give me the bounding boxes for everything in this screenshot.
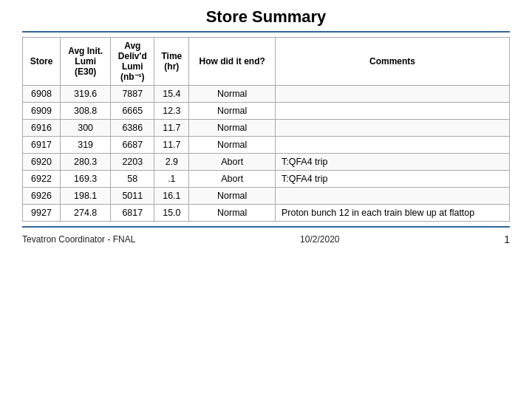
comment-cell: [275, 103, 509, 120]
comment-cell: [275, 137, 509, 154]
data-cell: 319: [61, 137, 111, 154]
data-cell: 6909: [23, 103, 61, 120]
data-cell: 7887: [111, 86, 154, 103]
table-row: 6920280.322032.9AbortT:QFA4 trip: [23, 154, 510, 171]
col-header-4: How did it end?: [189, 38, 276, 86]
table-row: 6917319668711.7Normal: [23, 137, 510, 154]
bottom-rule: [22, 226, 510, 228]
data-cell: 9927: [23, 205, 61, 222]
table-row: 6922169.358.1AbortT:QFA4 trip: [23, 171, 510, 188]
data-cell: Normal: [189, 86, 276, 103]
table-body: 6908319.6788715.4Normal6909308.8666512.3…: [23, 86, 510, 222]
data-cell: 319.6: [61, 86, 111, 103]
comment-cell: T:QFA4 trip: [275, 154, 509, 171]
data-cell: Normal: [189, 120, 276, 137]
data-cell: 6817: [111, 205, 154, 222]
data-cell: Abort: [189, 171, 276, 188]
data-cell: 5011: [111, 188, 154, 205]
data-cell: 6922: [23, 171, 61, 188]
table-row: 6909308.8666512.3Normal: [23, 103, 510, 120]
footer-center: 10/2/2020: [300, 234, 339, 245]
data-cell: 308.8: [61, 103, 111, 120]
data-cell: 6920: [23, 154, 61, 171]
footer-right: 1: [504, 233, 510, 245]
data-cell: 300: [61, 120, 111, 137]
data-cell: Normal: [189, 103, 276, 120]
top-rule: [22, 31, 510, 33]
store-summary-table: StoreAvg Init.Lumi(E30)AvgDeliv'dLumi(nb…: [22, 37, 510, 222]
data-cell: 6687: [111, 137, 154, 154]
data-cell: 2203: [111, 154, 154, 171]
comment-cell: [275, 86, 509, 103]
comment-cell: [275, 188, 509, 205]
table-row: 6908319.6788715.4Normal: [23, 86, 510, 103]
data-cell: 16.1: [154, 188, 189, 205]
comment-cell: T:QFA4 trip: [275, 171, 509, 188]
col-header-3: Time(hr): [154, 38, 189, 86]
col-header-5: Comments: [275, 38, 509, 86]
data-cell: Normal: [189, 137, 276, 154]
table-row: 9927274.8681715.0NormalProton bunch 12 i…: [23, 205, 510, 222]
data-cell: 58: [111, 171, 154, 188]
data-cell: 6926: [23, 188, 61, 205]
data-cell: 280.3: [61, 154, 111, 171]
footer-left: Tevatron Coordinator - FNAL: [22, 234, 135, 245]
data-cell: .1: [154, 171, 189, 188]
data-cell: 12.3: [154, 103, 189, 120]
data-cell: 6908: [23, 86, 61, 103]
col-header-2: AvgDeliv'dLumi(nb⁻¹): [111, 38, 154, 86]
col-header-0: Store: [23, 38, 61, 86]
table-header-row: StoreAvg Init.Lumi(E30)AvgDeliv'dLumi(nb…: [23, 38, 510, 86]
data-cell: 6916: [23, 120, 61, 137]
data-cell: 2.9: [154, 154, 189, 171]
data-cell: 15.0: [154, 205, 189, 222]
data-cell: Abort: [189, 154, 276, 171]
col-header-1: Avg Init.Lumi(E30): [61, 38, 111, 86]
data-cell: 11.7: [154, 137, 189, 154]
comment-cell: Proton bunch 12 in each train blew up at…: [275, 205, 509, 222]
page: Store Summary StoreAvg Init.Lumi(E30)Avg…: [0, 0, 532, 399]
data-cell: 15.4: [154, 86, 189, 103]
data-cell: 11.7: [154, 120, 189, 137]
data-cell: 169.3: [61, 171, 111, 188]
table-row: 6916300638611.7Normal: [23, 120, 510, 137]
page-title: Store Summary: [22, 7, 510, 27]
data-cell: 6917: [23, 137, 61, 154]
table-row: 6926198.1501116.1Normal: [23, 188, 510, 205]
footer: Tevatron Coordinator - FNAL 10/2/2020 1: [22, 233, 510, 245]
data-cell: 6386: [111, 120, 154, 137]
data-cell: Normal: [189, 205, 276, 222]
comment-cell: [275, 120, 509, 137]
data-cell: Normal: [189, 188, 276, 205]
data-cell: 274.8: [61, 205, 111, 222]
data-cell: 6665: [111, 103, 154, 120]
data-cell: 198.1: [61, 188, 111, 205]
